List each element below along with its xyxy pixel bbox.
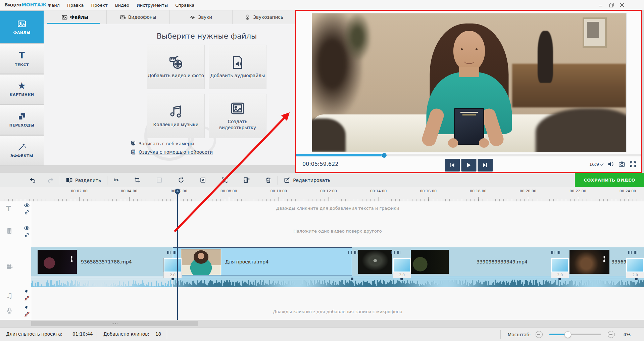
menu-tools[interactable]: Инструменты [137, 3, 168, 8]
video-clip-2-selected[interactable]: Для проекта.mp4 [173, 247, 352, 276]
film-strip-icon [6, 228, 13, 234]
overlay-track-icon [6, 228, 13, 236]
music-track-icon: ♫ [6, 291, 13, 299]
visibility-icon[interactable] [24, 226, 30, 231]
audio-keyframe-dot[interactable] [635, 278, 638, 280]
skip-forward-button[interactable] [478, 159, 493, 172]
edit-toolbar: Разделить ✂ Редактировать [0, 173, 644, 188]
frame-button[interactable] [156, 177, 162, 183]
aspect-ratio-dropdown[interactable]: 16:9 [589, 162, 603, 167]
tab-video-backgrounds[interactable]: Видеофоны [107, 10, 170, 24]
music-track[interactable]: ♫ [0, 287, 644, 303]
play-button[interactable] [461, 159, 476, 172]
add-audio-files-button[interactable]: Добавить аудиофайлы [209, 45, 266, 89]
sidebar-item-files[interactable]: ФАЙЛЫ [0, 11, 44, 43]
microphone-icon [245, 14, 250, 20]
cut-button[interactable]: ✂ [113, 177, 119, 183]
menu-file[interactable]: Файл [48, 3, 60, 8]
sidebar-item-images[interactable]: ★ КАРТИНКИ [0, 75, 44, 104]
tab-sound-recording[interactable]: Звукозапись [233, 10, 295, 24]
scene-hand-right [479, 138, 489, 148]
link-icon[interactable] [24, 209, 30, 215]
play-icon [466, 162, 472, 168]
add-video-photo-button[interactable]: Добавить видео и фото [147, 45, 205, 89]
transition-marker[interactable]: 2.0 [551, 258, 569, 278]
menu-help[interactable]: Справка [175, 3, 194, 8]
undo-button[interactable] [30, 177, 36, 183]
clips-count-label: Добавлено клипов: [103, 331, 149, 337]
overlay-track-hint: Наложите одно видео поверх другого [31, 229, 644, 234]
skip-back-button[interactable] [445, 159, 460, 172]
crop-button[interactable] [134, 177, 141, 183]
text-icon: T [19, 50, 25, 60]
minimize-icon[interactable] [598, 3, 603, 7]
record-webcam-link[interactable]: Записать с веб-камеры [130, 141, 213, 147]
sidebar-item-text[interactable]: T ТЕКСТ [0, 44, 44, 74]
video-preview[interactable] [312, 13, 627, 152]
audio-keyframe-dot[interactable] [171, 278, 174, 280]
timeline-scrollbar[interactable] [0, 320, 644, 327]
ruler-major-tick [428, 197, 429, 201]
audio-keyframe-dot[interactable] [351, 278, 353, 280]
create-video-postcard-button[interactable]: Создать видеооткрытку [209, 94, 266, 138]
link-icon[interactable] [24, 233, 30, 238]
zoom-slider[interactable] [549, 334, 601, 335]
statusbar: Длительность проекта: 01:10:44 Добавлено… [0, 327, 644, 341]
menu-project[interactable]: Проект [91, 3, 107, 8]
tab-files[interactable]: Файлы [44, 10, 107, 24]
sidebar-item-effects[interactable]: ЭФФЕКТЫ [0, 136, 44, 165]
audio-keyframe-dot[interactable] [400, 278, 403, 280]
link-off-icon[interactable] [24, 295, 30, 301]
delete-button[interactable] [265, 177, 271, 183]
menu-edit[interactable]: Правка [67, 3, 84, 8]
save-video-button[interactable]: СОХРАНИТЬ ВИДЕО [575, 173, 644, 187]
fullscreen-icon[interactable] [630, 161, 636, 167]
text-track[interactable]: Дважды кликните для добавления текста и … [0, 201, 644, 216]
tabbar: Файлы Видеофоны Звуки Звукозапись [44, 10, 295, 24]
tab-sounds[interactable]: Звуки [170, 10, 233, 24]
restore-icon[interactable] [609, 3, 614, 7]
film-reel-icon [169, 55, 183, 69]
edit-clip-button[interactable]: Редактировать [284, 177, 331, 183]
video-track[interactable]: 9365853571788.mp4 Для проекта.mp4 339098… [0, 247, 644, 276]
seekbar-handle[interactable] [382, 153, 387, 158]
ai-voiceover-link[interactable]: AI Озвучка с помощью нейросети [130, 149, 213, 155]
project-duration-label: Длительность проекта: [6, 331, 62, 337]
video-clip-1[interactable]: 9365853571788.mp4 [31, 247, 173, 276]
sidebar-item-transitions[interactable]: ПЕРЕХОДЫ [0, 105, 44, 135]
scrollbar-thumb[interactable] [31, 321, 198, 326]
zoom-out-button[interactable] [536, 331, 543, 338]
preview-seekbar[interactable] [296, 154, 641, 156]
video-clip-4[interactable]: 3390989339349.mp4 [402, 247, 560, 276]
zoom-slider-handle[interactable] [564, 331, 571, 338]
video-track-header [0, 247, 31, 287]
volume-icon[interactable] [24, 305, 30, 310]
effect-flask-icon [69, 256, 74, 262]
timeline-ruler[interactable]: 00:02:0000:04:0000:06:0000:08:0000:10:00… [0, 187, 644, 202]
music-collection-button[interactable]: Коллекция музыки [147, 94, 205, 138]
transition-marker[interactable]: 2.0 [164, 258, 182, 278]
microphone-track[interactable]: Дважды кликните для добавления записи с … [0, 303, 644, 320]
stabilize-button[interactable] [221, 177, 228, 183]
transition-marker[interactable]: 2.0 [393, 258, 411, 278]
redo-button[interactable] [47, 177, 54, 183]
rotate-button[interactable] [178, 177, 184, 183]
snapshot-camera-icon[interactable] [618, 161, 625, 167]
volume-icon[interactable] [607, 161, 614, 167]
visibility-icon[interactable] [24, 202, 30, 208]
playhead-line [177, 194, 178, 320]
playhead-handle[interactable] [175, 189, 180, 194]
scene-wall-frame [583, 17, 607, 48]
redo-icon [47, 177, 54, 183]
volume-icon[interactable] [24, 288, 30, 294]
audio-keyframe-dot[interactable] [558, 278, 561, 280]
split-button[interactable]: Разделить [66, 177, 101, 183]
overlay-track[interactable]: Наложите одно видео поверх другого [0, 216, 644, 248]
link-off-icon[interactable] [24, 312, 30, 317]
export-frame-button[interactable] [200, 177, 206, 183]
close-icon[interactable] [620, 3, 625, 7]
zoom-in-button[interactable] [608, 331, 615, 338]
menu-video[interactable]: Видео [115, 3, 129, 8]
transition-marker[interactable]: 2.0 [626, 258, 644, 278]
add-film-button[interactable] [243, 177, 250, 183]
